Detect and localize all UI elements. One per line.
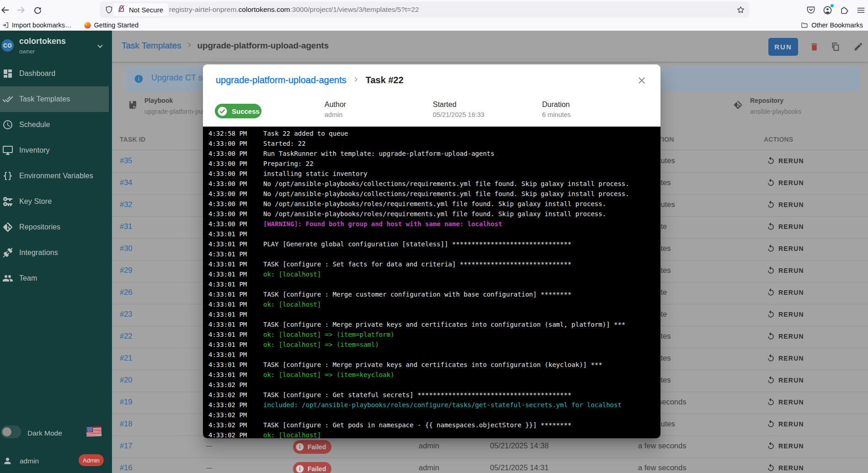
not-secure-label: Not Secure: [129, 6, 163, 14]
author-column: Author admin: [325, 101, 346, 118]
account-icon[interactable]: [820, 3, 834, 17]
dialog-template-link[interactable]: upgrade-platform-upload-agents: [216, 75, 346, 85]
log-line: 4:33:01 PMok: [localhost]: [203, 299, 660, 309]
log-message: No /opt/ansible-playbooks/roles/requirem…: [263, 199, 606, 209]
log-message: included: /opt/ansible-playbooks/roles/c…: [263, 400, 622, 410]
repository-label: Repository: [750, 97, 783, 104]
user-row[interactable]: admin Admin: [0, 453, 112, 470]
task-id-link[interactable]: #16: [120, 463, 133, 472]
svg-text:★★★★: ★★★★: [87, 430, 92, 432]
started-column: Started 05/21/2025 16:33: [433, 101, 485, 118]
edit-pencil-icon[interactable]: [852, 40, 865, 53]
log-message: [WARNING]: Found both group and host wit…: [263, 219, 502, 229]
task-id-link[interactable]: #30: [120, 244, 133, 253]
user-role-badge: Admin: [79, 454, 104, 466]
log-line: 4:33:01 PMok: [localhost] => (item=saml): [203, 340, 660, 350]
site-identity-chip[interactable]: Not Secure: [113, 3, 168, 16]
sidebar-item-task-templates[interactable]: Task Templates: [0, 86, 109, 112]
task-id-link[interactable]: #22: [120, 332, 133, 340]
rerun-button[interactable]: RERUN: [767, 200, 804, 209]
pocket-icon[interactable]: [804, 3, 818, 17]
rerun-label: RERUN: [778, 311, 804, 318]
task-id-link[interactable]: #29: [120, 266, 133, 275]
started-value: 05/21/2025 16:33: [433, 111, 485, 118]
us-flag-icon[interactable]: ★★★★★★★★★★★★★★★★★★: [86, 425, 102, 440]
task-id-link[interactable]: #23: [120, 310, 133, 319]
reload-icon[interactable]: [31, 3, 44, 17]
rerun-button[interactable]: RERUN: [767, 463, 804, 472]
rerun-button[interactable]: RERUN: [767, 441, 804, 450]
dark-mode-toggle[interactable]: [1, 425, 21, 438]
sidebar-item-schedule[interactable]: Schedule: [0, 112, 109, 138]
close-icon[interactable]: [637, 76, 646, 85]
run-button[interactable]: RUN: [768, 38, 798, 56]
sidebar-item-dashboard[interactable]: Dashboard: [0, 61, 109, 86]
copy-icon[interactable]: [829, 40, 842, 53]
task-id-link[interactable]: #35: [120, 156, 133, 165]
rerun-label: RERUN: [778, 399, 804, 406]
rerun-button[interactable]: RERUN: [767, 376, 804, 384]
rerun-button[interactable]: RERUN: [767, 288, 804, 297]
bookmark-import[interactable]: Import bookmarks…: [2, 21, 72, 29]
rerun-button[interactable]: RERUN: [767, 222, 804, 231]
log-message: No /opt/ansible-playbooks/roles/requirem…: [263, 209, 606, 219]
log-timestamp: 4:33:02 PM: [208, 390, 247, 400]
other-bookmarks[interactable]: Other Bookmarks: [801, 21, 863, 29]
log-timestamp: 4:33:01 PM: [208, 309, 247, 319]
sidebar-item-inventory[interactable]: Inventory: [0, 138, 109, 163]
task-id-link[interactable]: #20: [120, 376, 133, 384]
log-timestamp: 4:33:00 PM: [208, 138, 247, 149]
rerun-label: RERUN: [778, 157, 804, 165]
back-icon[interactable]: [0, 3, 12, 17]
org-role: owner: [19, 48, 35, 55]
menu-hamburger-icon[interactable]: [854, 3, 868, 17]
insecure-lock-icon: [117, 4, 126, 15]
folder-icon: [801, 21, 808, 29]
dialog-title: upgrade-platform-upload-agents Task #22: [216, 74, 404, 85]
sidebar-item-label: Key Store: [19, 197, 52, 206]
author-label: Author: [325, 101, 346, 109]
rerun-button[interactable]: RERUN: [767, 310, 804, 319]
user-cell: admin: [419, 463, 439, 472]
org-switcher[interactable]: CO colortokens owner: [0, 37, 112, 61]
bookmark-star-icon[interactable]: [734, 3, 747, 16]
task-log-output[interactable]: 4:32:58 PMTask 22 added to queue4:33:00 …: [203, 127, 660, 438]
bookmark-getting-started[interactable]: Getting Started: [84, 21, 139, 29]
task-id-link[interactable]: #21: [120, 354, 133, 362]
task-id-link[interactable]: #31: [120, 222, 133, 231]
sidebar-item-team[interactable]: Team: [0, 266, 109, 291]
rerun-button[interactable]: RERUN: [767, 178, 804, 187]
log-timestamp: 4:33:01 PM: [208, 360, 247, 370]
log-timestamp: 4:33:02 PM: [208, 420, 247, 430]
status-badge: Failed: [293, 462, 331, 473]
sidebar-item-repositories[interactable]: Repositories: [0, 214, 109, 240]
task-id-link[interactable]: #19: [120, 398, 133, 406]
sidebar-item-environment-variables[interactable]: Environment Variables: [0, 163, 109, 189]
log-line: 4:33:00 PMNo /opt/ansible-playbooks/coll…: [203, 179, 660, 189]
task-id-link[interactable]: #26: [120, 288, 133, 297]
task-id-link[interactable]: #32: [120, 200, 133, 209]
author-value: admin: [325, 111, 346, 118]
repository-icon: [733, 100, 743, 110]
rerun-button[interactable]: RERUN: [767, 420, 804, 428]
breadcrumb-task-templates-link[interactable]: Task Templates: [122, 41, 181, 51]
replay-icon: [767, 266, 775, 275]
extensions-icon[interactable]: [837, 3, 851, 17]
rerun-button[interactable]: RERUN: [767, 156, 804, 165]
rerun-button[interactable]: RERUN: [767, 266, 804, 275]
task-id-link[interactable]: #18: [120, 420, 133, 428]
sidebar-item-key-store[interactable]: Key Store: [0, 189, 109, 214]
forward-icon[interactable]: [14, 3, 28, 17]
delete-icon[interactable]: [808, 40, 820, 53]
rerun-button[interactable]: RERUN: [767, 244, 804, 253]
org-name: colortokens: [19, 37, 66, 46]
log-line: 4:33:00 PMinstalling static inventory: [203, 169, 660, 179]
playbook-value: upgrade-platform-publ: [144, 108, 208, 115]
rerun-button[interactable]: RERUN: [767, 332, 804, 340]
task-id-link[interactable]: #34: [120, 178, 133, 187]
rerun-button[interactable]: RERUN: [767, 354, 804, 362]
url-bar[interactable]: Not Secure registry-airtel-onprem.colort…: [100, 1, 749, 18]
rerun-button[interactable]: RERUN: [767, 398, 804, 406]
sidebar-item-integrations[interactable]: Integrations: [0, 240, 109, 266]
task-id-link[interactable]: #17: [120, 441, 133, 450]
